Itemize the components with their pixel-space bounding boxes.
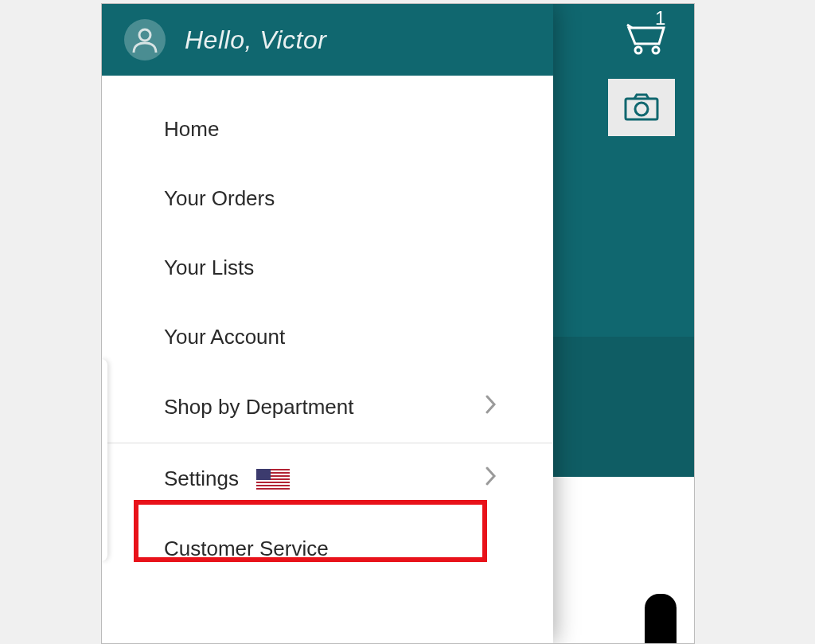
nav-item-label: Your Orders — [164, 186, 275, 211]
nav-item-home[interactable]: Home — [102, 95, 553, 164]
drawer-header[interactable]: Hello, Victor — [102, 4, 553, 76]
nav-drawer: Hello, Victor Home Your Orders Your List… — [102, 4, 553, 643]
chevron-right-icon — [485, 466, 497, 492]
nav-item-label: Your Account — [164, 325, 285, 349]
nav-item-orders[interactable]: Your Orders — [102, 164, 553, 233]
nav-item-shop-dept[interactable]: Shop by Department — [102, 372, 553, 443]
nav-menu: Home Your Orders Your Lists Your Account… — [102, 76, 553, 584]
chevron-right-icon — [485, 394, 497, 420]
svg-point-2 — [635, 47, 641, 53]
background-device-corner — [645, 594, 677, 643]
camera-icon — [623, 92, 660, 123]
nav-item-lists[interactable]: Your Lists — [102, 233, 553, 302]
nav-item-label: Customer Service — [164, 537, 329, 561]
svg-point-5 — [635, 103, 648, 115]
nav-item-label: Settings — [164, 466, 239, 491]
nav-item-label: Your Lists — [164, 256, 254, 280]
nav-item-account[interactable]: Your Account — [102, 302, 553, 372]
app-viewport: 1 Hello, Victor Home — [101, 3, 695, 644]
svg-point-6 — [139, 29, 150, 41]
avatar-icon — [124, 19, 166, 60]
camera-search-button[interactable] — [608, 79, 675, 136]
svg-point-3 — [653, 47, 659, 53]
us-flag-icon — [256, 469, 290, 490]
drawer-edge-tab — [101, 359, 107, 561]
nav-item-customer-service[interactable]: Customer Service — [102, 514, 553, 584]
greeting-text: Hello, Victor — [185, 25, 326, 55]
nav-item-label: Shop by Department — [164, 395, 353, 420]
cart-icon[interactable]: 1 — [624, 10, 675, 60]
svg-text:1: 1 — [655, 10, 665, 29]
nav-item-label: Home — [164, 117, 219, 142]
nav-item-settings[interactable]: Settings — [102, 443, 553, 514]
